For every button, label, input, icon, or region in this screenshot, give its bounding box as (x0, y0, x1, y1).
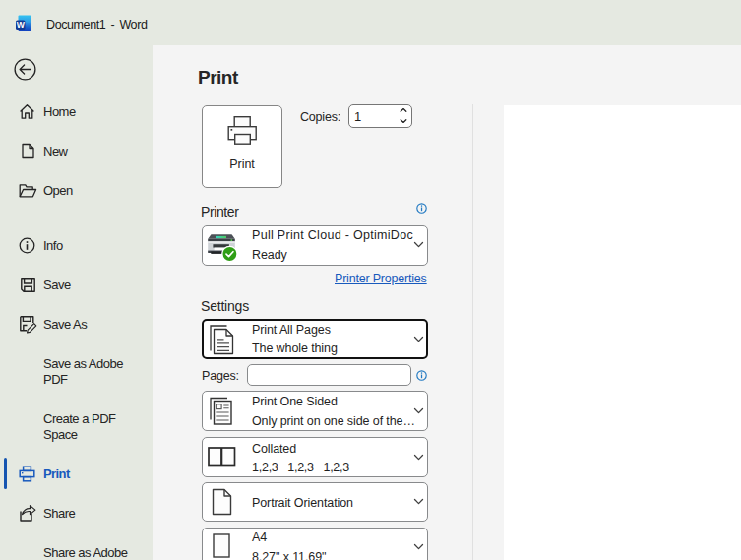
svg-text:W: W (17, 20, 26, 30)
